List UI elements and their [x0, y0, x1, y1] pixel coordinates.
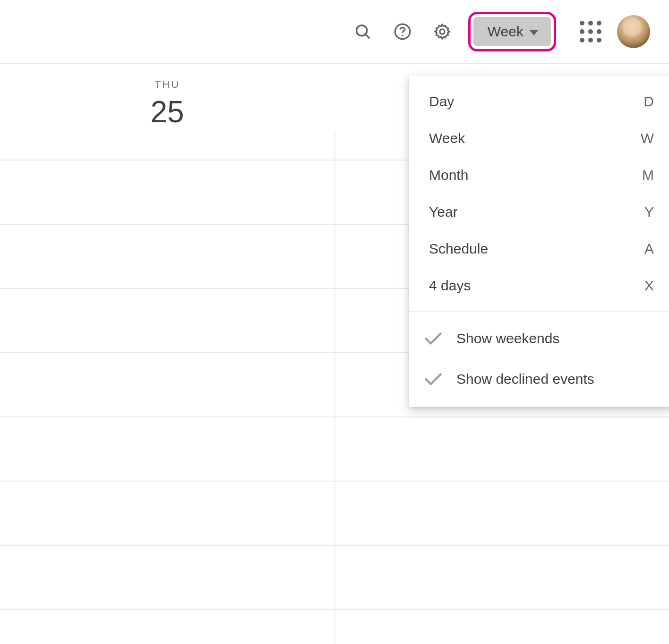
menu-item-label: Week: [429, 130, 465, 146]
menu-item-label: Day: [429, 93, 454, 110]
menu-item-year[interactable]: Year Y: [409, 194, 669, 230]
svg-point-0: [356, 25, 367, 35]
view-switcher-button[interactable]: Week: [473, 17, 551, 46]
view-dropdown-menu: Day D Week W Month M Year Y Schedule A 4…: [409, 76, 669, 407]
check-icon: [423, 369, 443, 389]
gear-icon: [433, 23, 451, 41]
menu-item-week[interactable]: Week W: [409, 120, 669, 157]
menu-item-4days[interactable]: 4 days X: [409, 267, 669, 304]
topbar: Week: [0, 0, 669, 64]
menu-item-shortcut: W: [641, 130, 654, 146]
avatar[interactable]: [617, 15, 650, 48]
menu-item-label: Year: [429, 204, 458, 220]
check-icon: [423, 329, 443, 348]
apps-button[interactable]: [577, 18, 604, 45]
settings-button[interactable]: [429, 18, 455, 45]
search-icon: [354, 23, 372, 41]
svg-line-1: [366, 34, 370, 38]
svg-point-4: [440, 29, 445, 34]
menu-item-label: Month: [429, 167, 468, 183]
menu-toggle-label: Show weekends: [456, 330, 559, 347]
chevron-down-icon: [529, 30, 539, 35]
menu-item-label: Schedule: [429, 241, 488, 257]
search-button[interactable]: [350, 18, 376, 45]
day-header-thu[interactable]: THU 25: [0, 64, 334, 144]
svg-point-3: [402, 34, 403, 36]
menu-item-month[interactable]: Month M: [409, 157, 669, 194]
menu-item-shortcut: X: [644, 278, 654, 294]
help-icon: [394, 23, 412, 41]
column-divider: [334, 130, 335, 644]
menu-item-label: 4 days: [429, 278, 471, 294]
menu-item-shortcut: M: [642, 167, 654, 183]
day-name: THU: [154, 78, 180, 91]
day-number: 25: [150, 94, 184, 129]
menu-item-schedule[interactable]: Schedule A: [409, 230, 669, 267]
menu-item-shortcut: Y: [644, 204, 654, 220]
menu-toggle-label: Show declined events: [456, 371, 594, 387]
menu-item-shortcut: A: [644, 241, 654, 257]
menu-item-day[interactable]: Day D: [409, 83, 669, 120]
help-button[interactable]: [389, 18, 416, 45]
apps-grid-icon: [580, 21, 601, 42]
menu-item-shortcut: D: [643, 93, 654, 110]
view-switcher-label: Week: [488, 24, 523, 40]
menu-divider: [409, 311, 669, 312]
menu-toggle-show-weekends[interactable]: Show weekends: [409, 318, 669, 359]
menu-toggle-show-declined[interactable]: Show declined events: [409, 359, 669, 399]
